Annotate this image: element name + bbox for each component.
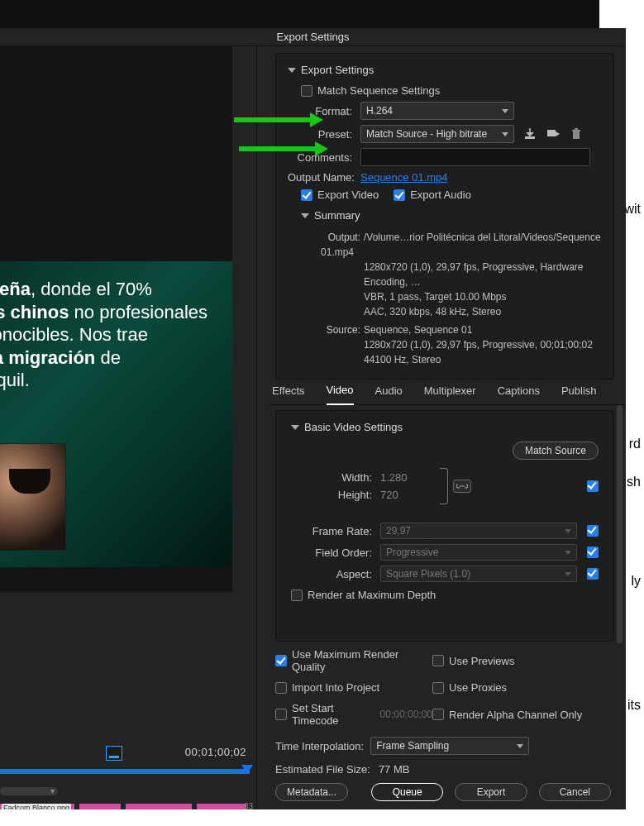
- summary-header[interactable]: Summary: [301, 209, 602, 222]
- format-select[interactable]: H.264: [360, 102, 514, 120]
- fieldorder-select[interactable]: Progressive: [380, 544, 577, 561]
- arrow-preset: [239, 145, 328, 153]
- range-slider-thumb[interactable]: [241, 765, 253, 774]
- neg-value: -33: [241, 802, 253, 809]
- ext-link-e[interactable]: its: [627, 698, 641, 713]
- ext-link-c[interactable]: wit: [624, 202, 641, 217]
- tab-publish[interactable]: Publish: [561, 378, 597, 404]
- max-depth-label: Render at Maximum Depth: [308, 589, 436, 601]
- clip-label: Fadcom Blanco.png: [2, 804, 71, 809]
- cancel-button[interactable]: Cancel: [539, 783, 611, 801]
- start-tc-checkbox[interactable]: [275, 709, 287, 720]
- est-size-value: 77 MB: [379, 763, 410, 776]
- max-depth-checkbox[interactable]: [291, 590, 303, 601]
- comments-input[interactable]: [360, 148, 590, 166]
- settings-tabs: Effects Video Audio Multiplexer Captions…: [270, 377, 626, 405]
- render-alpha-label: Render Alpha Channel Only: [449, 709, 582, 721]
- timeline-clips: Fadcom Blanco.png -33: [0, 804, 256, 809]
- range-slider[interactable]: [0, 769, 250, 774]
- dim-bracket: [440, 468, 448, 504]
- import-project-label: Import Into Project: [292, 681, 379, 694]
- width-value[interactable]: 1.280: [380, 471, 408, 484]
- framerate-label: Frame Rate:: [291, 525, 380, 537]
- use-previews-checkbox[interactable]: [432, 655, 444, 666]
- tab-audio[interactable]: Audio: [375, 378, 403, 404]
- max-quality-label: Use Maximum Render Quality: [292, 648, 432, 673]
- est-size-label: Estimated File Size:: [275, 763, 370, 776]
- queue-button[interactable]: Queue: [371, 783, 443, 801]
- import-project-checkbox[interactable]: [275, 682, 287, 694]
- export-settings-header[interactable]: Export Settings: [288, 64, 602, 76]
- preset-label: Preset:: [288, 128, 360, 141]
- basic-video-header[interactable]: Basic Video Settings: [291, 421, 599, 433]
- svg-rect-4: [575, 128, 578, 130]
- preview-frame: quileña, donde el 70% ores chinos no pro…: [0, 261, 232, 567]
- svg-rect-3: [572, 130, 580, 131]
- match-sequence-label: Match Sequence Settings: [317, 84, 440, 97]
- aspect-match-check[interactable]: [587, 568, 599, 580]
- height-label: Height:: [291, 489, 380, 501]
- chevron-down-icon: [301, 213, 309, 218]
- export-video-checkbox[interactable]: [301, 189, 312, 201]
- tab-effects[interactable]: Effects: [272, 378, 305, 404]
- framerate-select[interactable]: 29,97: [380, 523, 577, 539]
- dialog-title: Export Settings: [0, 28, 626, 46]
- time-interp-label: Time Interpolation:: [275, 740, 364, 752]
- start-tc-label: Set Start Timecode: [292, 702, 375, 727]
- chevron-down-icon: [288, 68, 296, 73]
- preset-select[interactable]: Match Source - High bitrate: [360, 125, 514, 143]
- summary-block: Output:/Volume…rior Politécnica del Lito…: [321, 230, 602, 367]
- width-label: Width:: [291, 471, 380, 484]
- framerate-match-check[interactable]: [587, 525, 599, 537]
- use-proxies-label: Use Proxies: [449, 681, 507, 694]
- preview-person: [0, 443, 66, 551]
- use-previews-label: Use Previews: [449, 655, 514, 667]
- export-video-label: Export Video: [317, 189, 379, 201]
- preview-pane: quileña, donde el 70% ores chinos no pro…: [0, 46, 257, 809]
- output-name-label: Output Name:: [288, 171, 360, 184]
- tab-multiplexer[interactable]: Multiplexer: [424, 378, 476, 404]
- export-audio-checkbox[interactable]: [394, 189, 405, 201]
- max-quality-checkbox[interactable]: [275, 655, 287, 666]
- match-sequence-checkbox[interactable]: [301, 85, 312, 97]
- scrollbar[interactable]: [617, 405, 623, 643]
- metadata-button[interactable]: Metadata...: [275, 783, 348, 801]
- dimensions-match-check[interactable]: [587, 480, 599, 492]
- chevron-down-icon: [291, 425, 299, 430]
- svg-rect-2: [573, 131, 580, 139]
- render-alpha-checkbox[interactable]: [432, 709, 444, 720]
- timecode-display[interactable]: 00;01;00;02: [185, 746, 246, 758]
- match-source-button[interactable]: Match Source: [513, 442, 599, 460]
- aspect-select[interactable]: Square Pixels (1.0): [380, 566, 577, 582]
- export-audio-label: Export Audio: [410, 189, 471, 201]
- time-interp-select[interactable]: Frame Sampling: [370, 737, 529, 755]
- tab-video[interactable]: Video: [327, 377, 354, 405]
- ext-link-d[interactable]: ly: [631, 574, 641, 589]
- export-settings-panel: Export Settings Match Sequence Settings …: [275, 53, 614, 380]
- use-proxies-checkbox[interactable]: [432, 682, 444, 694]
- ext-link-a[interactable]: rd: [629, 437, 641, 451]
- save-preset-icon[interactable]: [522, 127, 537, 141]
- zoom-bar[interactable]: ▾: [0, 787, 58, 795]
- preview-area: quileña, donde el 70% ores chinos no pro…: [0, 46, 232, 592]
- svg-rect-1: [547, 130, 556, 136]
- link-dimensions-icon[interactable]: [453, 480, 471, 493]
- export-button[interactable]: Export: [455, 783, 527, 801]
- output-name-link[interactable]: Sequence 01.mp4: [360, 171, 448, 184]
- lower-options: Use Maximum Render Quality Use Previews …: [275, 648, 614, 781]
- fieldorder-label: Field Order:: [291, 547, 380, 559]
- source-range-icon[interactable]: [106, 746, 122, 761]
- fieldorder-match-check[interactable]: [587, 547, 599, 558]
- tab-captions[interactable]: Captions: [498, 378, 540, 404]
- aspect-label: Aspect:: [291, 568, 380, 580]
- height-value[interactable]: 720: [380, 489, 398, 501]
- delete-preset-icon[interactable]: [569, 127, 584, 141]
- ext-link-b[interactable]: sh: [627, 475, 641, 489]
- svg-rect-0: [525, 136, 535, 139]
- basic-video-panel: Basic Video Settings Match Source Width:…: [275, 410, 614, 642]
- import-preset-icon[interactable]: [546, 127, 561, 141]
- start-tc-value[interactable]: 00;00;00;00: [380, 709, 432, 720]
- arrow-format: [234, 116, 323, 124]
